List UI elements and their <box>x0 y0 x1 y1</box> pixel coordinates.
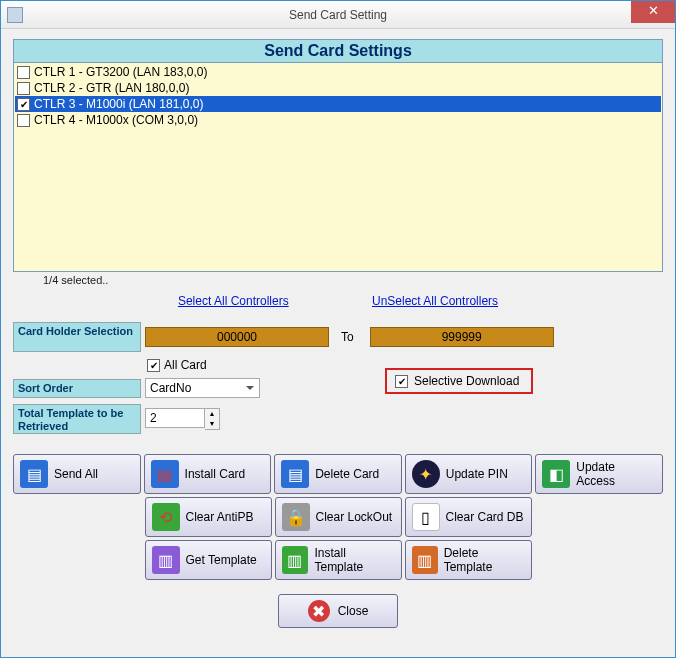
close-button[interactable]: ✖ Close <box>278 594 398 628</box>
list-item-checkbox[interactable] <box>17 82 30 95</box>
get-template-icon: ▥ <box>152 546 180 574</box>
clear-lockout-button[interactable]: 🔒Clear LockOut <box>275 497 402 537</box>
window-title: Send Card Setting <box>1 8 675 22</box>
close-icon: ✖ <box>308 600 330 622</box>
list-item[interactable]: CTLR 4 - M1000x (COM 3,0,0) <box>15 112 661 128</box>
clear-lockout-icon: 🔒 <box>282 503 310 531</box>
delete-template-button[interactable]: ▥Delete Template <box>405 540 532 580</box>
panel-title: Send Card Settings <box>13 39 663 62</box>
template-label: Total Template to be Retrieved <box>13 404 141 434</box>
list-item-checkbox[interactable] <box>17 114 30 127</box>
clear-antipb-icon: ⟲ <box>152 503 180 531</box>
template-row: Total Template to be Retrieved ▲ ▼ <box>13 404 663 434</box>
template-input[interactable] <box>145 408 205 428</box>
list-item-checkbox[interactable] <box>17 66 30 79</box>
selective-download-checkbox[interactable]: ✔ <box>395 375 408 388</box>
window-frame: Send Card Setting ✕ Send Card Settings C… <box>0 0 676 658</box>
list-item-label: CTLR 3 - M1000i (LAN 181,0,0) <box>34 97 203 111</box>
list-item[interactable]: CTLR 1 - GT3200 (LAN 183,0,0) <box>15 64 661 80</box>
cardholder-row: Card Holder Selection 000000 To 999999 <box>13 322 663 352</box>
window-close-button[interactable]: ✕ <box>631 1 675 23</box>
clear-card-db-icon: ▯ <box>412 503 440 531</box>
install-card-button[interactable]: ▤Install Card <box>144 454 272 494</box>
select-all-link[interactable]: Select All Controllers <box>178 294 289 308</box>
button-grid: ▤Send All ▤Install Card ▤Delete Card ✦Up… <box>13 454 663 580</box>
install-template-button[interactable]: ▥Install Template <box>275 540 402 580</box>
delete-template-icon: ▥ <box>412 546 438 574</box>
all-card-checkbox[interactable]: ✔ <box>147 359 160 372</box>
list-item-label: CTLR 2 - GTR (LAN 180,0,0) <box>34 81 189 95</box>
send-all-button[interactable]: ▤Send All <box>13 454 141 494</box>
update-access-button[interactable]: ◧Update Access <box>535 454 663 494</box>
list-item[interactable]: ✔CTLR 3 - M1000i (LAN 181,0,0) <box>15 96 661 112</box>
update-access-icon: ◧ <box>542 460 570 488</box>
list-item-label: CTLR 1 - GT3200 (LAN 183,0,0) <box>34 65 207 79</box>
spinner-down[interactable]: ▼ <box>205 419 219 429</box>
send-all-icon: ▤ <box>20 460 48 488</box>
unselect-all-link[interactable]: UnSelect All Controllers <box>372 294 498 308</box>
sort-label: Sort Order <box>13 379 141 398</box>
selective-download-label: Selective Download <box>414 374 519 388</box>
list-item[interactable]: CTLR 2 - GTR (LAN 180,0,0) <box>15 80 661 96</box>
clear-card-db-button[interactable]: ▯Clear Card DB <box>405 497 532 537</box>
spinner-up[interactable]: ▲ <box>205 409 219 419</box>
selection-status: 1/4 selected.. <box>43 274 663 286</box>
install-card-icon: ▤ <box>151 460 179 488</box>
client-area: Send Card Settings CTLR 1 - GT3200 (LAN … <box>1 29 675 657</box>
delete-card-icon: ▤ <box>281 460 309 488</box>
template-spinner[interactable]: ▲ ▼ <box>145 408 220 430</box>
clear-antipb-button[interactable]: ⟲Clear AntiPB <box>145 497 272 537</box>
all-card-label: All Card <box>164 358 207 372</box>
titlebar: Send Card Setting ✕ <box>1 1 675 29</box>
selective-download-box: ✔ Selective Download <box>385 368 533 394</box>
list-item-label: CTLR 4 - M1000x (COM 3,0,0) <box>34 113 198 127</box>
controller-list[interactable]: CTLR 1 - GT3200 (LAN 183,0,0)CTLR 2 - GT… <box>13 62 663 272</box>
cardholder-from[interactable]: 000000 <box>145 327 329 347</box>
sort-row: Sort Order CardNo <box>13 378 663 398</box>
install-template-icon: ▥ <box>282 546 309 574</box>
link-row: Select All Controllers UnSelect All Cont… <box>13 294 663 308</box>
list-item-checkbox[interactable]: ✔ <box>17 98 30 111</box>
sort-combo[interactable]: CardNo <box>145 378 260 398</box>
update-pin-icon: ✦ <box>412 460 440 488</box>
delete-card-button[interactable]: ▤Delete Card <box>274 454 402 494</box>
get-template-button[interactable]: ▥Get Template <box>145 540 272 580</box>
update-pin-button[interactable]: ✦Update PIN <box>405 454 533 494</box>
cardholder-label: Card Holder Selection <box>13 322 141 352</box>
to-label: To <box>341 330 354 344</box>
cardholder-to[interactable]: 999999 <box>370 327 554 347</box>
